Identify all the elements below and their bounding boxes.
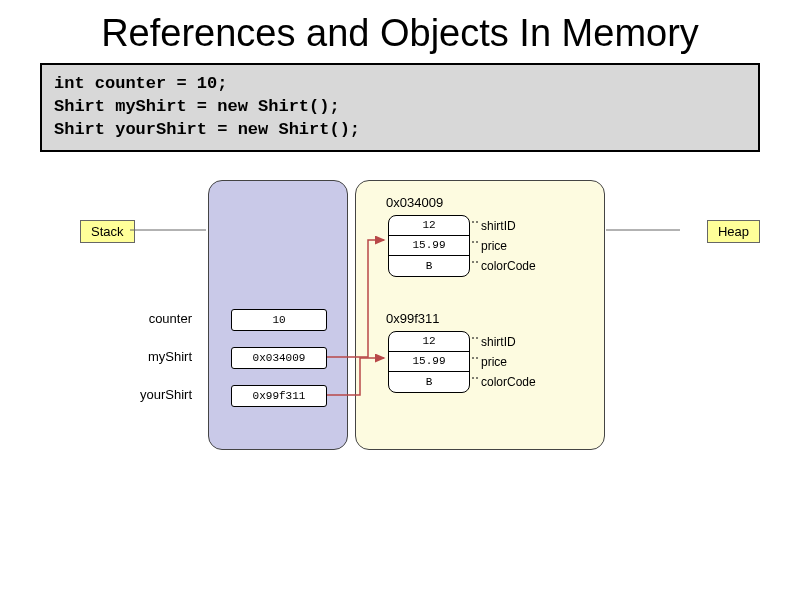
heap-field-name: shirtID xyxy=(481,219,516,233)
stack-var-name: myShirt xyxy=(92,349,192,364)
heap-field-value: B xyxy=(389,372,469,392)
memory-diagram: Stack Heap counter myShirt yourShirt 10 … xyxy=(40,180,760,500)
code-snippet: int counter = 10; Shirt myShirt = new Sh… xyxy=(40,63,760,152)
heap-field-value: B xyxy=(389,256,469,276)
stack-var-name: counter xyxy=(92,311,192,326)
stack-cell-counter: 10 xyxy=(231,309,327,331)
stack-box: 10 0x034009 0x99f311 xyxy=(208,180,348,450)
heap-field-value: 12 xyxy=(389,332,469,352)
heap-object-address: 0x99f311 xyxy=(386,311,440,326)
heap-object: 12 15.99 B xyxy=(388,331,470,393)
heap-object: 12 15.99 B xyxy=(388,215,470,277)
heap-field-name: colorCode xyxy=(481,375,536,389)
heap-field-value: 15.99 xyxy=(389,352,469,372)
heap-box: 0x034009 12 15.99 B shirtID price colorC… xyxy=(355,180,605,450)
heap-field-name: shirtID xyxy=(481,335,516,349)
heap-field-name: price xyxy=(481,355,507,369)
heap-field-value: 15.99 xyxy=(389,236,469,256)
page-title: References and Objects In Memory xyxy=(0,0,800,63)
heap-field-name: colorCode xyxy=(481,259,536,273)
heap-label: Heap xyxy=(707,220,760,243)
heap-field-name: price xyxy=(481,239,507,253)
heap-field-value: 12 xyxy=(389,216,469,236)
stack-var-name: yourShirt xyxy=(92,387,192,402)
stack-label: Stack xyxy=(80,220,135,243)
heap-object-address: 0x034009 xyxy=(386,195,443,210)
stack-cell-myshirt: 0x034009 xyxy=(231,347,327,369)
stack-cell-yourshirt: 0x99f311 xyxy=(231,385,327,407)
